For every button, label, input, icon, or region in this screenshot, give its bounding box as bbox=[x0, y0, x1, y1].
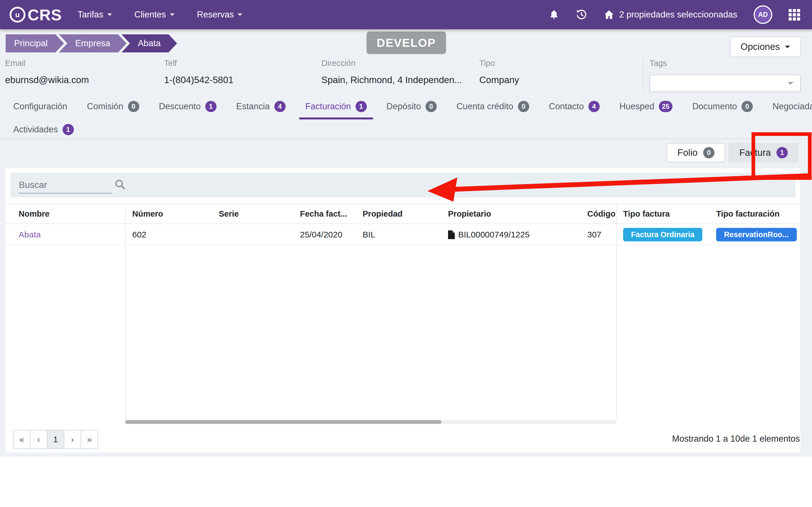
page-next-button[interactable]: › bbox=[64, 430, 81, 449]
field-telf: Telf 1-(804)542-5801 bbox=[164, 59, 321, 92]
tab-badge: 1 bbox=[356, 101, 367, 112]
col-propietario[interactable]: Propietario bbox=[441, 209, 580, 219]
tab-badge: 4 bbox=[589, 101, 600, 112]
col-propiedad[interactable]: Propiedad bbox=[356, 209, 441, 219]
tab-documento[interactable]: Documento 0 bbox=[686, 96, 759, 119]
factura-table-card: Nombre Número Serie Fecha fact... Propie… bbox=[5, 168, 801, 453]
row-fecha-fact: 25/04/2020 bbox=[293, 230, 356, 239]
tags-select[interactable] bbox=[650, 75, 801, 92]
page-prev-button[interactable]: ‹ bbox=[30, 430, 47, 449]
tab-estancia[interactable]: Estancia 4 bbox=[230, 96, 292, 119]
menu-clientes[interactable]: Clientes bbox=[135, 10, 174, 20]
chevron-down-icon bbox=[107, 13, 112, 18]
tab-badge: 0 bbox=[518, 101, 529, 112]
field-email: Email eburnsd@wikia.com bbox=[5, 59, 164, 92]
tab-badge: 25 bbox=[659, 101, 673, 112]
col-nombre[interactable]: Nombre bbox=[5, 209, 125, 219]
options-button[interactable]: Opciones bbox=[730, 37, 801, 57]
document-icon bbox=[448, 230, 455, 239]
col-tipo-factura[interactable]: Tipo factura bbox=[616, 209, 709, 219]
field-direccion: Dirección Spain, Richmond, 4 Independen.… bbox=[321, 59, 479, 92]
table-row: Abata 602 25/04/2020 BIL BIL00000749/122… bbox=[5, 224, 801, 245]
apps-grid-icon[interactable] bbox=[789, 9, 800, 20]
tab-descuento[interactable]: Descuento 1 bbox=[153, 96, 223, 119]
tab-badge: 0 bbox=[128, 101, 139, 112]
pagination: « ‹ 1 › » bbox=[13, 430, 98, 449]
row-codigo: 307 bbox=[580, 230, 616, 239]
col-tipo-facturacion[interactable]: Tipo facturación bbox=[709, 209, 801, 219]
menu-reservas[interactable]: Reservas bbox=[197, 10, 243, 20]
row-propietario: BIL00000749/1225 bbox=[441, 230, 580, 239]
bell-icon[interactable] bbox=[549, 9, 559, 20]
tipo-label: Tipo bbox=[479, 59, 643, 68]
logo-ring-icon: u bbox=[10, 7, 26, 22]
tab-badge: 0 bbox=[742, 101, 753, 112]
chevron-down-icon bbox=[170, 13, 174, 18]
fixed-column-divider-left bbox=[125, 204, 126, 419]
row-nombre-link[interactable]: Abata bbox=[18, 230, 41, 239]
horizontal-scrollbar-thumb[interactable] bbox=[125, 420, 442, 424]
col-numero[interactable]: Número bbox=[125, 209, 212, 219]
telf-value: 1-(804)542-5801 bbox=[164, 75, 321, 86]
tab-facturacion[interactable]: Facturación 1 bbox=[299, 96, 373, 119]
tipo-value: Company bbox=[479, 75, 643, 86]
view-toggle: Folio 0 Factura 1 bbox=[667, 143, 799, 162]
avatar[interactable]: AD bbox=[754, 5, 772, 24]
row-numero: 602 bbox=[125, 230, 212, 239]
top-navbar: u CRS Tarifas Clientes Reservas bbox=[0, 0, 812, 29]
search-input[interactable] bbox=[18, 177, 112, 193]
page-last-button[interactable]: » bbox=[81, 430, 98, 449]
page-first-button[interactable]: « bbox=[13, 430, 31, 449]
field-tags: Tags bbox=[643, 59, 801, 92]
chevron-down-icon bbox=[785, 46, 790, 51]
breadcrumb-abata[interactable]: Abata bbox=[121, 34, 177, 52]
horizontal-scrollbar-track[interactable] bbox=[125, 420, 616, 424]
selected-properties[interactable]: 2 propiedades seleccioonadas bbox=[603, 9, 737, 20]
tab-badge: 0 bbox=[425, 101, 437, 112]
environment-badge: DEVELOP bbox=[366, 32, 446, 54]
folio-count-badge: 0 bbox=[703, 147, 714, 158]
tab-cuenta-credito[interactable]: Cuenta crédito 0 bbox=[450, 96, 536, 119]
field-tipo: Tipo Company bbox=[479, 59, 643, 92]
tab-badge: 1 bbox=[63, 124, 74, 135]
direccion-value: Spain, Richmond, 4 Independen... bbox=[321, 75, 479, 86]
tab-configuracion[interactable]: Configuración bbox=[7, 96, 73, 119]
telf-label: Telf bbox=[164, 59, 321, 68]
tags-label: Tags bbox=[650, 59, 801, 68]
chevron-down-icon bbox=[238, 13, 242, 18]
selected-properties-label: 2 propiedades seleccioonadas bbox=[619, 10, 737, 20]
tipo-facturacion-badge[interactable]: ReservationRoo... bbox=[716, 228, 797, 241]
navbar-right: 2 propiedades seleccioonadas AD bbox=[549, 5, 800, 24]
company-info: Email eburnsd@wikia.com Telf 1-(804)542-… bbox=[5, 59, 801, 92]
factura-count-badge: 1 bbox=[776, 147, 788, 158]
tipo-factura-badge[interactable]: Factura Ordinaria bbox=[623, 228, 702, 241]
tabs-divider bbox=[0, 138, 812, 139]
direccion-label: Dirección bbox=[321, 59, 479, 68]
tab-comision[interactable]: Comisión 0 bbox=[81, 96, 145, 119]
breadcrumb: Principal Empresa Abata bbox=[6, 34, 177, 52]
menu-tarifas[interactable]: Tarifas bbox=[78, 10, 112, 20]
page-1-button[interactable]: 1 bbox=[47, 430, 64, 449]
col-fecha-fact[interactable]: Fecha fact... bbox=[293, 209, 356, 219]
tab-badge: 1 bbox=[205, 101, 216, 112]
app-logo[interactable]: u CRS bbox=[10, 6, 62, 24]
breadcrumb-empresa[interactable]: Empresa bbox=[59, 34, 126, 52]
history-icon[interactable] bbox=[576, 9, 587, 20]
breadcrumb-principal[interactable]: Principal bbox=[6, 34, 64, 52]
col-serie[interactable]: Serie bbox=[212, 209, 293, 219]
tab-badge: 4 bbox=[274, 101, 286, 112]
col-codigo[interactable]: Código bbox=[580, 209, 616, 219]
search-icon[interactable] bbox=[114, 179, 126, 191]
tab-contacto[interactable]: Contacto 4 bbox=[543, 96, 606, 119]
email-label: Email bbox=[5, 59, 164, 68]
results-summary: Mostrando 1 a 10de 1 elementos bbox=[672, 434, 800, 444]
page-content: Principal Empresa Abata DEVELOP Opciones… bbox=[0, 29, 812, 457]
tab-negociadas[interactable]: Negociadas 0 bbox=[766, 96, 812, 119]
row-propiedad: BIL bbox=[356, 230, 441, 239]
tab-deposito[interactable]: Depósito 0 bbox=[380, 96, 443, 119]
folio-button[interactable]: Folio 0 bbox=[667, 143, 725, 162]
fixed-column-divider-right bbox=[616, 204, 617, 419]
tab-huesped[interactable]: Huesped 25 bbox=[613, 96, 679, 119]
factura-button[interactable]: Factura 1 bbox=[728, 143, 799, 162]
search-bar bbox=[10, 173, 795, 198]
